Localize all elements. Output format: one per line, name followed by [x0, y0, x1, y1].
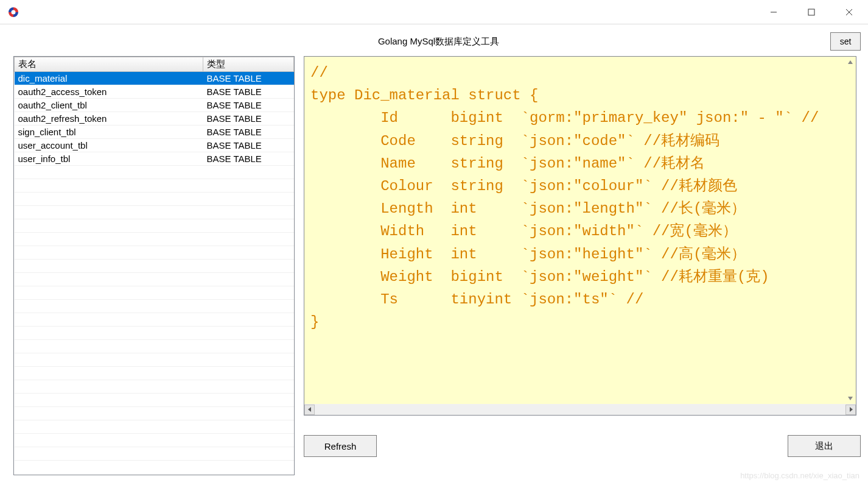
table-row-empty: [15, 233, 294, 246]
right-panel: // type Dic_material struct { Id bigint …: [304, 56, 861, 475]
cell-table-type: BASE TABLE: [203, 152, 294, 166]
cell-table-name: oauth2_access_token: [15, 85, 203, 99]
table-row-empty: [15, 260, 294, 273]
table-row-empty: [15, 380, 294, 394]
table-row-empty: [15, 327, 294, 340]
cell-table-type: BASE TABLE: [203, 99, 294, 112]
table-row-empty: [15, 193, 294, 206]
table-row-empty: [15, 394, 294, 407]
cell-table-type: BASE TABLE: [203, 72, 294, 85]
table-row[interactable]: sign_client_tblBASE TABLE: [15, 126, 294, 139]
close-button[interactable]: [830, 0, 868, 24]
cell-table-name: oauth2_refresh_token: [15, 112, 203, 126]
table-row[interactable]: dic_materialBASE TABLE: [15, 72, 294, 85]
table-row-empty: [15, 447, 294, 461]
content-row: 表名 类型 dic_materialBASE TABLEoauth2_acces…: [13, 56, 861, 475]
table-row[interactable]: user_info_tblBASE TABLE: [15, 152, 294, 166]
table-row[interactable]: oauth2_refresh_tokenBASE TABLE: [15, 112, 294, 126]
cell-table-type: BASE TABLE: [203, 85, 294, 99]
svg-rect-2: [808, 9, 814, 15]
app-icon: [7, 6, 19, 18]
table-panel[interactable]: 表名 类型 dic_materialBASE TABLEoauth2_acces…: [13, 56, 295, 475]
table-row-empty: [15, 353, 294, 367]
table-row-empty: [15, 340, 294, 353]
table-row-empty: [15, 219, 294, 233]
table-row[interactable]: oauth2_client_tblBASE TABLE: [15, 99, 294, 112]
table-row-empty: [15, 246, 294, 260]
titlebar: [0, 0, 868, 24]
cell-table-type: BASE TABLE: [203, 112, 294, 126]
cell-table-name: user_info_tbl: [15, 152, 203, 166]
window-controls: [755, 0, 868, 24]
scroll-track[interactable]: [315, 405, 845, 415]
refresh-button[interactable]: Refresh: [304, 435, 377, 457]
table-row-empty: [15, 367, 294, 380]
table-row-empty: [15, 420, 294, 434]
main-area: Golang MySql数据库定义工具 set 表名 类型 dic_materi…: [0, 24, 868, 483]
scroll-left-icon[interactable]: [304, 405, 315, 415]
table-row-empty: [15, 179, 294, 193]
cell-table-type: BASE TABLE: [203, 126, 294, 139]
bottom-buttons: Refresh 退出: [304, 435, 861, 457]
exit-button[interactable]: 退出: [788, 435, 861, 457]
scroll-right-icon[interactable]: [845, 405, 856, 415]
cell-table-name: user_account_tbl: [15, 139, 203, 152]
code-panel: // type Dic_material struct { Id bigint …: [304, 56, 856, 416]
table-row-empty: [15, 166, 294, 179]
page-title: Golang MySql数据库定义工具: [303, 36, 575, 48]
cell-table-type: BASE TABLE: [203, 139, 294, 152]
table-row-empty: [15, 286, 294, 300]
table-row-empty: [15, 434, 294, 447]
cell-table-name: sign_client_tbl: [15, 126, 203, 139]
set-button[interactable]: set: [830, 32, 861, 51]
tables-grid: 表名 类型 dic_materialBASE TABLEoauth2_acces…: [14, 57, 294, 461]
table-row-empty: [15, 313, 294, 327]
table-row-empty: [15, 206, 294, 219]
column-header-name[interactable]: 表名: [15, 57, 203, 72]
table-row-empty: [15, 273, 294, 286]
minimize-button[interactable]: [755, 0, 793, 24]
maximize-button[interactable]: [793, 0, 830, 24]
code-text[interactable]: // type Dic_material struct { Id bigint …: [310, 62, 850, 333]
horizontal-scrollbar[interactable]: [304, 404, 856, 415]
cell-table-name: oauth2_client_tbl: [15, 99, 203, 112]
table-row[interactable]: user_account_tblBASE TABLE: [15, 139, 294, 152]
column-header-type[interactable]: 类型: [203, 57, 294, 72]
top-row: Golang MySql数据库定义工具 set: [13, 32, 861, 51]
table-row-empty: [15, 407, 294, 420]
code-scroll[interactable]: // type Dic_material struct { Id bigint …: [304, 57, 856, 404]
table-row-empty: [15, 300, 294, 313]
cell-table-name: dic_material: [15, 72, 203, 85]
svg-point-0: [12, 10, 16, 14]
table-row[interactable]: oauth2_access_tokenBASE TABLE: [15, 85, 294, 99]
